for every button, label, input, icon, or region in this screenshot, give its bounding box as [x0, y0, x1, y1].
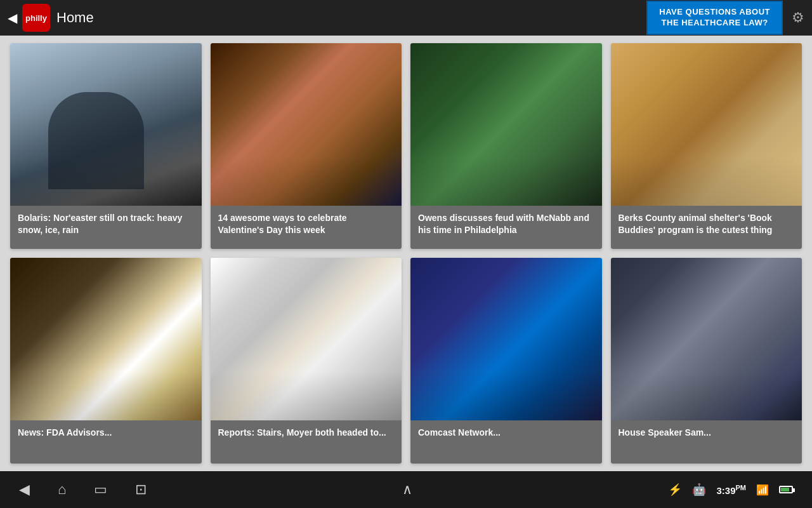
nav-back-button[interactable]: ◀	[19, 481, 30, 498]
news-card-2[interactable]: 14 awesome ways to celebrate Valentine's…	[211, 43, 402, 249]
news-card-8[interactable]: House Speaker Sam...	[611, 258, 802, 464]
nav-right: ⚡ 🤖 3:39PM 📶	[668, 483, 793, 497]
bottom-bar: ◀ ⌂ ▭ ⊡ ∧ ⚡ 🤖 3:39PM 📶	[0, 471, 812, 508]
card-caption-5: News: FDA Advisors...	[10, 420, 202, 464]
card-caption-2: 14 awesome ways to celebrate Valentine's…	[211, 206, 402, 249]
nav-left: ◀ ⌂ ▭ ⊡	[19, 481, 147, 498]
card-image-1	[10, 43, 202, 206]
time-display: 3:39PM	[716, 484, 746, 496]
top-bar: ◀ philly Home HAVE QUESTIONS ABOUT THE H…	[0, 0, 812, 36]
app-logo: philly	[22, 4, 50, 32]
news-card-3[interactable]: Owens discusses feud with McNabb and his…	[410, 43, 602, 249]
card-image-8	[611, 258, 802, 420]
card-image-2	[211, 43, 402, 206]
card-caption-3: Owens discusses feud with McNabb and his…	[410, 206, 602, 249]
scroll-up-button[interactable]: ∧	[402, 481, 412, 498]
card-image-6	[211, 258, 402, 420]
settings-button[interactable]: ⚙	[792, 10, 804, 26]
card-image-5	[10, 258, 202, 420]
card-caption-7: Comcast Network...	[410, 420, 602, 464]
nav-screenshot-button[interactable]: ⊡	[135, 481, 147, 498]
news-card-4[interactable]: Berks County animal shelter's 'Book Budd…	[611, 43, 802, 249]
content-area: Bolaris: Nor'easter still on track: heav…	[0, 36, 812, 471]
battery-indicator	[779, 486, 793, 493]
usb-icon: ⚡	[668, 483, 682, 497]
card-caption-1: Bolaris: Nor'easter still on track: heav…	[10, 206, 202, 249]
card-image-7	[410, 258, 602, 420]
news-card-6[interactable]: Reports: Stairs, Moyer both headed to...	[211, 258, 402, 464]
page-title: Home	[56, 10, 646, 26]
news-grid: Bolaris: Nor'easter still on track: heav…	[10, 43, 802, 464]
android-icon: 🤖	[692, 483, 706, 497]
card-caption-8: House Speaker Sam...	[611, 420, 802, 464]
back-button[interactable]: ◀	[8, 10, 17, 25]
card-image-4	[611, 43, 802, 206]
card-caption-4: Berks County animal shelter's 'Book Budd…	[611, 206, 802, 249]
news-card-5[interactable]: News: FDA Advisors...	[10, 258, 202, 464]
signal-icon: 📶	[756, 484, 769, 496]
card-image-3	[410, 43, 602, 206]
card-caption-6: Reports: Stairs, Moyer both headed to...	[211, 420, 402, 464]
nav-center: ∧	[402, 481, 412, 498]
nav-recent-button[interactable]: ▭	[94, 481, 107, 498]
news-card-1[interactable]: Bolaris: Nor'easter still on track: heav…	[10, 43, 202, 249]
news-card-7[interactable]: Comcast Network...	[410, 258, 602, 464]
healthcare-banner[interactable]: HAVE QUESTIONS ABOUT THE HEALTHCARE LAW?	[646, 1, 783, 35]
nav-home-button[interactable]: ⌂	[58, 481, 66, 498]
